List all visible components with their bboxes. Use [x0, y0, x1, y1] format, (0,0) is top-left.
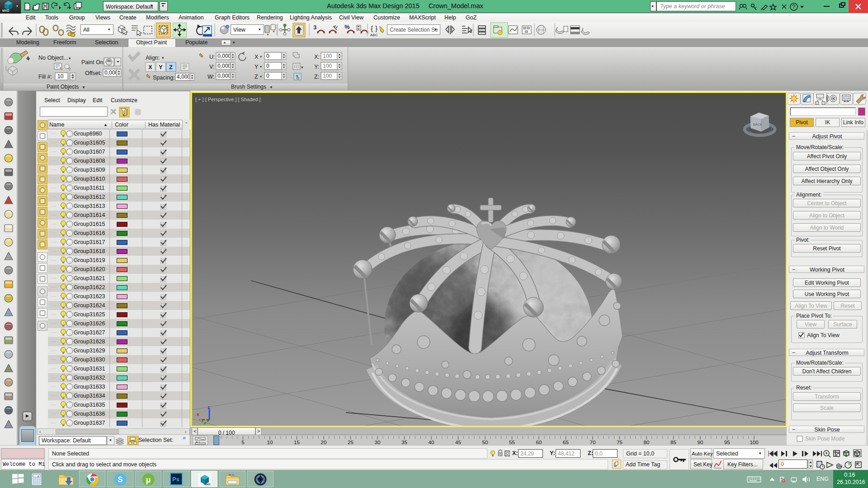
svg-text:No Object...: No Object... [38, 55, 68, 61]
svg-text:3: 3 [313, 24, 316, 31]
svg-text:5: 5 [241, 440, 244, 445]
svg-text:20: 20 [321, 440, 327, 445]
svg-text:25: 25 [348, 440, 354, 445]
svg-text:X: X [148, 64, 152, 70]
svg-text:?: ? [792, 3, 795, 10]
svg-text:%: % [344, 23, 350, 30]
svg-text:0,000: 0,000 [217, 63, 231, 69]
svg-text:z: z [208, 405, 210, 410]
svg-text:▾: ▾ [260, 55, 262, 59]
svg-text:45: 45 [455, 440, 461, 445]
svg-text:BACK: BACK [753, 122, 762, 127]
svg-text:30: 30 [375, 440, 381, 445]
svg-text:Z: Z [169, 64, 173, 70]
svg-text:Y: Y [255, 64, 259, 70]
svg-text:0: 0 [266, 53, 269, 59]
svg-text:35: 35 [401, 440, 407, 445]
svg-text:10: 10 [57, 73, 64, 80]
svg-text:80: 80 [644, 440, 650, 445]
svg-text:{: { [371, 24, 373, 32]
svg-text:50: 50 [482, 440, 488, 445]
svg-text:0,000: 0,000 [104, 70, 118, 76]
svg-text:Paint On:: Paint On: [81, 59, 105, 66]
svg-text:V:: V: [209, 64, 214, 70]
svg-text:90: 90 [698, 440, 703, 445]
svg-text:Y:: Y: [314, 64, 319, 70]
svg-text:Z:: Z: [314, 74, 319, 80]
svg-text:70: 70 [590, 440, 596, 445]
svg-text:0,000: 0,000 [217, 53, 231, 59]
svg-text:▾: ▾ [301, 65, 303, 70]
svg-text:0: 0 [266, 73, 269, 79]
svg-text:100: 100 [750, 440, 758, 445]
svg-text:100: 100 [323, 63, 332, 69]
svg-text:95: 95 [724, 440, 730, 445]
svg-text:10: 10 [267, 440, 273, 445]
svg-text:0,000: 0,000 [217, 73, 231, 79]
svg-text:U:: U: [209, 54, 215, 60]
svg-text:Offset:: Offset: [85, 70, 102, 76]
svg-text:75: 75 [617, 440, 623, 445]
svg-text:μ: μ [146, 475, 151, 484]
svg-text:Y: Y [159, 64, 163, 70]
svg-text:65: 65 [563, 440, 569, 445]
svg-text:60: 60 [536, 440, 542, 445]
svg-text:X:: X: [314, 54, 320, 60]
svg-text:Spacing:: Spacing: [153, 75, 175, 81]
svg-text:Z: Z [255, 74, 258, 80]
svg-text:100: 100 [323, 53, 332, 59]
svg-text:}: } [375, 24, 377, 32]
svg-text:▾: ▾ [69, 56, 71, 61]
svg-text:85: 85 [670, 440, 676, 445]
svg-text:55: 55 [509, 440, 515, 445]
svg-text:0: 0 [38, 475, 39, 478]
svg-text:ABC: ABC [370, 33, 378, 37]
svg-text:X: X [255, 54, 259, 60]
svg-text:4,000: 4,000 [177, 74, 190, 80]
svg-text:Fill #:: Fill #: [38, 74, 52, 80]
svg-text:▾: ▾ [162, 56, 164, 60]
svg-text:▾: ▾ [260, 75, 262, 79]
svg-text:0: 0 [266, 63, 269, 69]
svg-text:x: x [197, 412, 199, 417]
svg-text:15: 15 [294, 440, 300, 445]
svg-text:S: S [118, 475, 123, 484]
svg-text:W:: W: [208, 74, 214, 80]
svg-text:▾: ▾ [260, 65, 262, 69]
svg-text:100: 100 [323, 73, 332, 79]
svg-text:Align:: Align: [146, 55, 160, 61]
svg-text:MXD: MXD [204, 483, 211, 486]
svg-text:40: 40 [429, 440, 434, 445]
svg-text:y: y [201, 418, 204, 422]
